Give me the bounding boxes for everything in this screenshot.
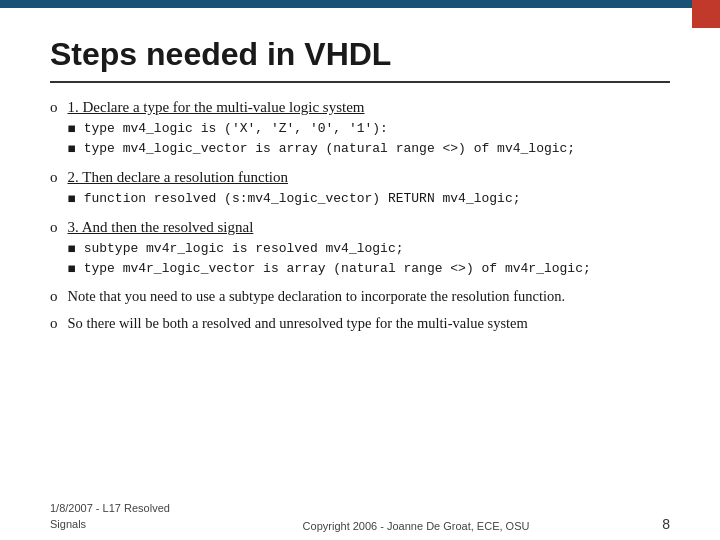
bullet-content-3: 3. And then the resolved signal ■ subtyp… [68,217,671,281]
page-number: 8 [662,516,670,532]
bullet-marker-3: o [50,217,58,238]
sub-bullets-2: ■ function resolved (s:mv4_logic_vector)… [68,190,671,209]
bullet-item-3: o 3. And then the resolved signal ■ subt… [50,217,670,281]
bullet-content-4: Note that you need to use a subtype decl… [68,286,671,307]
main-bullet-list: o 1. Declare a type for the multi-value … [50,97,670,334]
bullet-marker-4: o [50,286,58,307]
sub-marker-1-1: ■ [68,120,76,139]
sub-marker-3-1: ■ [68,240,76,259]
sub-text-1-2: type mv4_logic_vector is array (natural … [84,140,575,158]
bullet-marker-1: o [50,97,58,118]
bullet-4-text: Note that you need to use a subtype decl… [68,288,566,304]
sub-marker-3-2: ■ [68,260,76,279]
sub-bullet-3-1: ■ subtype mv4r_logic is resolved mv4_log… [68,240,671,259]
bullet-content-2: 2. Then declare a resolution function ■ … [68,167,671,211]
bullet-item-4: o Note that you need to use a subtype de… [50,286,670,307]
slide-content: Steps needed in VHDL o 1. Declare a type… [0,8,720,540]
sub-bullet-2-1: ■ function resolved (s:mv4_logic_vector)… [68,190,671,209]
sub-text-3-1: subtype mv4r_logic is resolved mv4_logic… [84,240,404,258]
sub-bullets-1: ■ type mv4_logic is ('X', 'Z', '0', '1')… [68,120,671,159]
sub-bullet-1-2: ■ type mv4_logic_vector is array (natura… [68,140,671,159]
sub-bullets-3: ■ subtype mv4r_logic is resolved mv4_log… [68,240,671,279]
bullet-5-text: So there will be both a resolved and unr… [68,315,528,331]
sub-text-1-1: type mv4_logic is ('X', 'Z', '0', '1'): [84,120,388,138]
bullet-item-1: o 1. Declare a type for the multi-value … [50,97,670,161]
bullet-marker-2: o [50,167,58,188]
footer-center: Copyright 2006 - Joanne De Groat, ECE, O… [303,520,530,532]
footer: 1/8/2007 - L17 Resolved Signals Copyrigh… [50,501,670,532]
sub-bullet-3-2: ■ type mv4r_logic_vector is array (natur… [68,260,671,279]
bullet-item-2: o 2. Then declare a resolution function … [50,167,670,211]
footer-line2: Signals [50,517,170,532]
bullet-content-1: 1. Declare a type for the multi-value lo… [68,97,671,161]
sub-marker-2-1: ■ [68,190,76,209]
footer-left: 1/8/2007 - L17 Resolved Signals [50,501,170,532]
bullet-marker-5: o [50,313,58,334]
title-divider [50,81,670,83]
sub-bullet-1-1: ■ type mv4_logic is ('X', 'Z', '0', '1')… [68,120,671,139]
slide-title: Steps needed in VHDL [50,36,670,73]
sub-text-3-2: type mv4r_logic_vector is array (natural… [84,260,591,278]
bullet-2-text: 2. Then declare a resolution function [68,169,288,185]
sub-marker-1-2: ■ [68,140,76,159]
bullet-3-text: 3. And then the resolved signal [68,219,254,235]
bullet-item-5: o So there will be both a resolved and u… [50,313,670,334]
bullet-content-5: So there will be both a resolved and unr… [68,313,671,334]
footer-line1: 1/8/2007 - L17 Resolved [50,501,170,516]
sub-text-2-1: function resolved (s:mv4_logic_vector) R… [84,190,521,208]
top-bar [0,0,720,8]
bullet-1-text: 1. Declare a type for the multi-value lo… [68,99,365,115]
